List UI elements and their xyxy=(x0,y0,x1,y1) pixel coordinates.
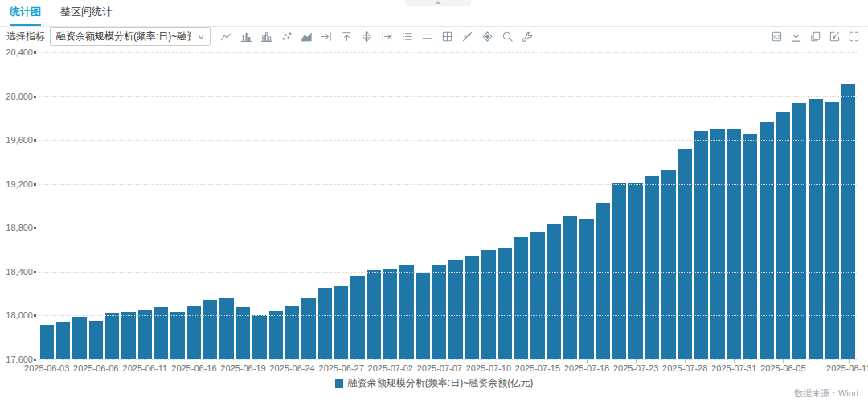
y-axis-label: 18,400 xyxy=(0,267,33,277)
bar xyxy=(350,276,364,359)
copy-chart-icon[interactable] xyxy=(809,30,821,43)
bar xyxy=(236,307,250,359)
x-axis-label: 2025-06-03 xyxy=(24,363,69,373)
x-axis-tick xyxy=(96,359,96,363)
x-axis-tick xyxy=(440,359,440,363)
x-axis-tick xyxy=(783,359,784,363)
y-gridline xyxy=(39,228,857,228)
y-axis-label: 20,000 xyxy=(0,92,33,101)
y-gridline xyxy=(39,315,857,316)
tab-statistics-chart[interactable]: 统计图 xyxy=(10,0,41,26)
y-axis-tick xyxy=(34,96,36,98)
bar xyxy=(727,129,741,360)
y-axis-label: 18,000 xyxy=(0,310,33,320)
bar xyxy=(269,311,283,359)
move-right-icon[interactable] xyxy=(380,31,393,43)
legend-item[interactable]: 融资余额规模分析(频率:日)~融资余额(亿元) xyxy=(0,376,868,390)
bar xyxy=(301,298,315,359)
y-axis-label: 19,600 xyxy=(0,135,33,145)
bar xyxy=(334,286,348,359)
download-icon[interactable] xyxy=(789,30,802,43)
bar xyxy=(432,265,446,359)
x-axis-label: 2025-06-19 xyxy=(220,363,265,373)
bar xyxy=(448,260,462,359)
bar xyxy=(187,306,201,359)
x-axis-label: 2025-08-05 xyxy=(760,363,805,373)
x-axis-label: 2025-06-24 xyxy=(269,363,314,373)
bar xyxy=(596,203,610,359)
chart-settings-icon[interactable] xyxy=(521,31,534,43)
x-axis-label: 2025-07-18 xyxy=(564,363,609,373)
x-axis-label: 2025-07-02 xyxy=(368,363,413,373)
bar xyxy=(105,313,119,359)
y-gridline xyxy=(39,96,857,97)
y-axis-tick xyxy=(34,227,36,229)
export-xls-icon[interactable]: XLS xyxy=(770,30,783,43)
bar xyxy=(285,306,299,359)
bar xyxy=(530,232,544,359)
bar xyxy=(219,298,233,359)
edit-chart-icon[interactable] xyxy=(828,30,841,43)
x-axis-label: 2025-06-16 xyxy=(171,363,216,373)
line-chart-icon[interactable] xyxy=(219,31,232,43)
y-gridline xyxy=(39,272,857,273)
x-axis-tick xyxy=(194,359,194,363)
bar-chart-icon[interactable] xyxy=(240,31,252,43)
x-axis-tick xyxy=(685,359,686,363)
area-chart-icon[interactable] xyxy=(300,31,313,43)
x-axis-tick xyxy=(293,359,293,363)
gridline-toggle-icon[interactable] xyxy=(420,31,433,43)
y-gridline xyxy=(39,184,857,185)
chart-toolbar: 选择指标 融资余额规模分析(频率:日)~融资余额(... ∨ XLS xyxy=(0,27,868,47)
bar xyxy=(318,288,332,359)
bar xyxy=(498,248,512,359)
chart-tool-icons xyxy=(219,31,534,43)
tab-range-statistics[interactable]: 整区间统计 xyxy=(60,0,113,26)
zoom-area-icon[interactable] xyxy=(501,31,514,43)
fill-color-icon[interactable] xyxy=(481,31,493,43)
x-axis-label: 2025-08-11 xyxy=(826,363,868,373)
bar xyxy=(399,265,413,359)
bar xyxy=(760,122,773,359)
export-tool-icons: XLS xyxy=(770,30,860,43)
svg-text:XLS: XLS xyxy=(773,35,780,39)
bar xyxy=(776,112,790,359)
indicator-select[interactable]: 融资余额规模分析(频率:日)~融资余额(... ∨ xyxy=(50,27,211,46)
y-axis-tick xyxy=(34,51,36,54)
percent-bar-chart-icon[interactable] xyxy=(260,31,272,43)
x-axis-tick xyxy=(47,359,47,363)
data-table-icon[interactable] xyxy=(440,31,453,43)
fullscreen-icon[interactable] xyxy=(847,30,860,43)
chevron-down-icon: ∨ xyxy=(198,33,206,41)
bar xyxy=(56,322,70,359)
bar xyxy=(252,315,266,359)
legend-list-icon[interactable] xyxy=(400,31,413,43)
legend-label: 融资余额规模分析(频率:日)~融资余额(亿元) xyxy=(348,376,533,390)
x-axis-tick xyxy=(636,359,637,363)
bar xyxy=(89,321,103,359)
x-axis-label: 2025-07-23 xyxy=(613,363,658,373)
shift-right-icon[interactable] xyxy=(320,31,333,43)
indicator-select-value: 融资余额规模分析(频率:日)~融资余额(... xyxy=(56,30,191,43)
trendline-icon[interactable] xyxy=(461,31,473,43)
x-axis-label: 2025-07-15 xyxy=(515,363,560,373)
bar xyxy=(72,317,86,359)
bar xyxy=(563,216,577,359)
bar xyxy=(138,310,152,359)
x-axis-label: 2025-07-28 xyxy=(662,363,707,373)
y-axis-label: 20,400 xyxy=(0,47,33,57)
x-axis-label: 2025-06-06 xyxy=(73,363,118,373)
x-axis-label: 2025-06-27 xyxy=(319,363,364,373)
x-axis-tick xyxy=(734,359,735,363)
data-source-label: 数据来源：Wind xyxy=(794,388,858,400)
bar xyxy=(481,250,495,359)
scatter-chart-icon[interactable] xyxy=(280,31,293,43)
bar-series xyxy=(39,52,857,359)
shift-up-icon[interactable] xyxy=(340,31,353,43)
bar xyxy=(170,312,184,359)
bar xyxy=(792,103,806,359)
x-axis-label: 2025-07-07 xyxy=(417,363,462,373)
x-axis-tick xyxy=(489,359,489,363)
axis-scale-icon[interactable] xyxy=(360,31,373,43)
plot-area xyxy=(39,52,857,359)
